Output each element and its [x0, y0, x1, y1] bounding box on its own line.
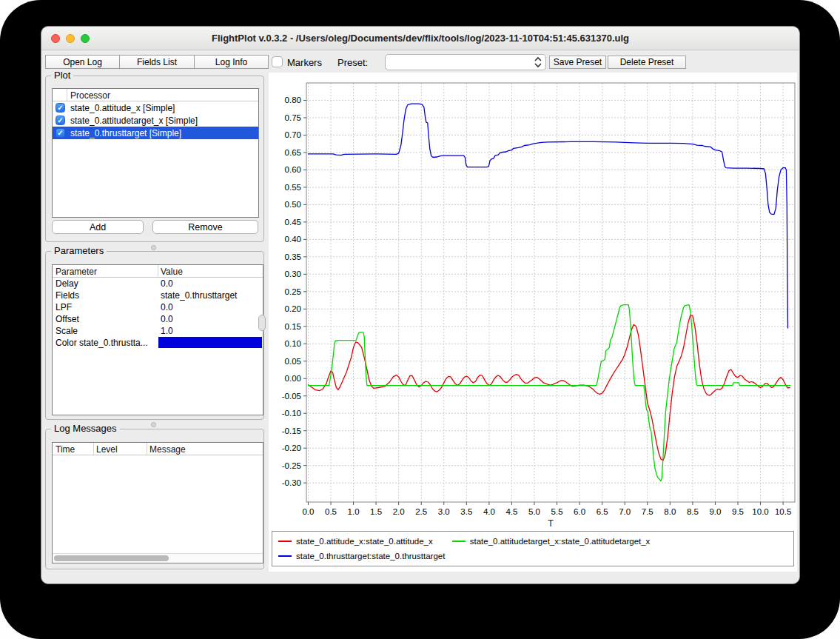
- row-checkbox[interactable]: ✓: [56, 116, 65, 125]
- parameter-row[interactable]: Fieldsstate_0.thrusttarget: [53, 290, 263, 301]
- y-tick-label: 0.55: [285, 183, 301, 192]
- row-checkbox[interactable]: ✓: [56, 103, 65, 113]
- y-tick-label: -0.10: [282, 409, 301, 418]
- message-column-header: Message: [149, 444, 186, 455]
- time-column-header: Time: [56, 444, 75, 455]
- parameter-value: 0.0: [161, 278, 173, 289]
- delete-preset-button[interactable]: Delete Preset: [608, 56, 686, 69]
- x-tick-label: 3.5: [460, 507, 472, 516]
- x-tick-label: 6.5: [597, 507, 608, 516]
- legend-item: state_0.thrusttarget:state_0.thrusttarge…: [278, 550, 445, 563]
- flight-plot-chart[interactable]: -0.30-0.25-0.20-0.15-0.10-0.050.000.050.…: [269, 73, 797, 572]
- parameter-row[interactable]: Scale1.0: [53, 325, 263, 337]
- parameters-group-title: Parameters: [51, 245, 107, 256]
- y-tick-label: -0.05: [282, 392, 301, 401]
- x-tick-label: 4.0: [483, 507, 495, 516]
- vertical-splitter-handle[interactable]: [258, 315, 266, 331]
- parameter-value: state_0.thrusttarget: [161, 290, 237, 301]
- y-tick-label: 0.75: [285, 113, 301, 122]
- parameters-table[interactable]: Parameter Value Delay0.0Fieldsstate_0.th…: [52, 264, 263, 415]
- parameter-column-header: Parameter: [56, 267, 97, 277]
- parameter-color-row[interactable]: Color state_0.thrustta...: [53, 337, 263, 349]
- parameter-value: 1.0: [161, 326, 173, 336]
- add-button[interactable]: Add: [52, 220, 144, 234]
- x-tick-label: 4.5: [505, 507, 517, 516]
- window-title: FlightPlot v.0.3.2 - /Users/oleg/Documen…: [41, 27, 799, 50]
- processor-row-label: state_0.thrusttarget [Simple]: [70, 128, 181, 138]
- processor-row[interactable]: ✓state_0.attitudetarget_x [Simple]: [53, 114, 258, 127]
- screenshot-stage: FlightPlot v.0.3.2 - /Users/oleg/Documen…: [0, 0, 840, 639]
- save-preset-button[interactable]: Save Preset: [549, 56, 606, 69]
- row-checkbox[interactable]: ✓: [56, 128, 65, 138]
- processor-row-label: state_0.attitudetarget_x [Simple]: [70, 116, 198, 126]
- processor-row[interactable]: ✓state_0.thrusttarget [Simple]: [53, 127, 258, 139]
- x-tick-label: 10.5: [775, 507, 791, 516]
- legend-label: state_0.thrusttarget:state_0.thrusttarge…: [296, 552, 445, 561]
- x-tick-label: 2.5: [415, 507, 427, 516]
- plot-group-title: Plot: [51, 70, 73, 81]
- log-messages-table[interactable]: Time Level Message: [52, 442, 263, 563]
- x-tick-label: 9.0: [709, 507, 721, 516]
- legend-line-sample: [278, 555, 292, 557]
- y-tick-label: 0.20: [285, 304, 301, 313]
- plot-area[interactable]: [306, 83, 795, 502]
- processor-column-header: Processor: [70, 90, 110, 101]
- y-tick-label: 0.25: [285, 287, 301, 296]
- y-tick-label: 0.40: [285, 235, 301, 244]
- parameter-row[interactable]: Delay0.0: [53, 278, 263, 290]
- x-tick-label: 8.5: [687, 507, 699, 516]
- legend-label: state_0.attitude_x:state_0.attitude_x: [296, 537, 433, 546]
- log-messages-group: Log Messages Time Level Message: [45, 429, 264, 569]
- parameter-value: 0.0: [161, 302, 173, 312]
- y-tick-label: 0.60: [285, 165, 301, 174]
- x-tick-label: 1.5: [370, 507, 382, 516]
- horizontal-scrollbar-thumb[interactable]: [54, 555, 169, 561]
- chart-legend: state_0.attitude_x:state_0.attitude_xsta…: [272, 531, 794, 566]
- parameter-value: 0.0: [161, 314, 173, 324]
- y-tick-label: 0.70: [285, 130, 301, 139]
- preset-label: Preset:: [337, 57, 368, 68]
- color-swatch[interactable]: [158, 337, 262, 348]
- x-tick-label: 5.5: [551, 507, 563, 516]
- x-tick-label: 7.0: [619, 507, 631, 516]
- parameter-name: Fields: [56, 290, 79, 301]
- parameter-name: Delay: [56, 278, 78, 289]
- processor-row-label: state_0.attitude_x [Simple]: [70, 103, 175, 113]
- processor-table-header: Processor: [53, 89, 258, 101]
- log-messages-table-header: Time Level Message: [53, 443, 263, 455]
- log-messages-group-title: Log Messages: [51, 423, 120, 434]
- parameter-row[interactable]: LPF0.0: [53, 301, 263, 313]
- combobox-stepper-icon[interactable]: [533, 56, 543, 68]
- x-tick-label: 10.0: [752, 507, 768, 516]
- preset-combobox[interactable]: [385, 54, 546, 70]
- processor-table[interactable]: Processor ✓state_0.attitude_x [Simple]✓s…: [52, 88, 259, 218]
- splitter-handle-top[interactable]: [151, 245, 156, 250]
- y-tick-label: 0.00: [285, 374, 301, 383]
- x-tick-label: 1.0: [348, 507, 360, 516]
- x-tick-label: 5.0: [528, 507, 540, 516]
- open-log-button[interactable]: Open Log: [45, 55, 120, 69]
- splitter-handle-bottom[interactable]: [151, 422, 156, 427]
- markers-label: Markers: [287, 57, 322, 68]
- plot-group: Plot Processor ✓state_0.attitude_x [Simp…: [45, 76, 264, 242]
- fields-list-button[interactable]: Fields List: [119, 55, 195, 69]
- processor-row[interactable]: ✓state_0.attitude_x [Simple]: [53, 101, 258, 114]
- parameter-name: Color state_0.thrustta...: [56, 338, 148, 348]
- log-info-button[interactable]: Log Info: [194, 55, 269, 69]
- legend-item: state_0.attitude_x:state_0.attitude_x: [278, 535, 433, 548]
- markers-checkbox[interactable]: [272, 56, 283, 67]
- legend-label: state_0.attitudetarget_x:state_0.attitud…: [470, 537, 651, 546]
- x-tick-label: 7.5: [642, 507, 653, 516]
- title-bar[interactable]: FlightPlot v.0.3.2 - /Users/oleg/Documen…: [41, 27, 799, 50]
- parameter-row[interactable]: Offset0.0: [53, 313, 263, 325]
- y-tick-label: -0.20: [282, 444, 301, 452]
- legend-line-sample: [452, 541, 466, 542]
- y-tick-label: 0.30: [285, 270, 301, 278]
- chart-panel[interactable]: -0.30-0.25-0.20-0.15-0.10-0.050.000.050.…: [269, 73, 797, 572]
- parameter-name: LPF: [56, 302, 72, 312]
- remove-button[interactable]: Remove: [152, 220, 258, 234]
- y-tick-label: 0.45: [285, 218, 301, 227]
- parameters-table-header: Parameter Value: [53, 265, 263, 278]
- legend-line-sample: [278, 541, 292, 542]
- horizontal-scrollbar[interactable]: [53, 553, 263, 563]
